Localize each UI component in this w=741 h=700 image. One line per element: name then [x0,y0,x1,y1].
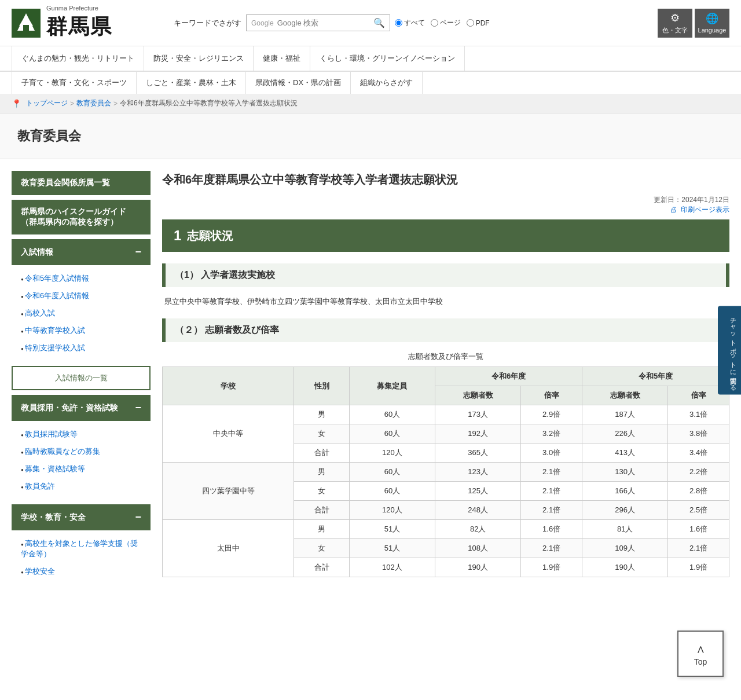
table-cell: 合計 [294,558,349,577]
table-cell: 合計 [294,444,349,463]
teacher-link-temp[interactable]: 臨時教職員などの募集 [25,447,100,456]
table-cell: 166人 [582,482,668,501]
table-cell: 123人 [435,463,521,482]
search-box[interactable]: Google 🔍 [246,14,390,31]
search-button[interactable]: 🔍 [373,17,385,28]
sidebar-school-label: 学校・教育・安全 [21,512,86,523]
teacher-link-license[interactable]: 教員免許 [25,482,55,490]
breadcrumb-home[interactable]: トップページ [26,98,68,108]
print-label: 印刷ページ表示 [681,206,729,214]
nav-item-education[interactable]: 子育て・教育・文化・スポーツ [12,72,136,94]
sidebar-school-list: 高校生を対象とした修学支援（奨学金等） 学校安全 [12,530,151,585]
list-item: 高校生を対象とした修学支援（奨学金等） [12,535,151,563]
sidebar-header-exam[interactable]: 入試情報 − [12,239,151,265]
exam-link-high[interactable]: 高校入試 [25,309,55,317]
table-cell: 190人 [435,558,521,577]
sidebar-header-school[interactable]: 学校・教育・安全 − [12,504,151,530]
chatbot-label: チャットボットに質問する [730,313,737,387]
print-link[interactable]: 🖨 印刷ページ表示 [670,206,729,214]
exam-list-button[interactable]: 入試情報の一覧 [12,366,151,390]
col-reiwa6: 令和6年度 [435,367,582,386]
exam-link-special[interactable]: 特別支援学校入試 [25,343,85,352]
col-reiwa5: 令和5年度 [582,367,729,386]
table-cell: 51人 [349,539,435,558]
table-cell: 192人 [435,424,521,444]
schools-text: 県立中央中等教育学校、伊勢崎市立四ツ葉学園中等教育学校、太田市立太田中学校 [162,296,729,307]
chatbot-button[interactable]: チャットボットに質問する [718,306,741,394]
site-header: Gunma Prefecture 群馬県 キーワードでさがす Google 🔍 … [0,0,741,94]
col-r6-applicants: 志願者数 [435,386,521,405]
sidebar-section-related: 教育委員会関係所属一覧 [12,171,151,195]
search-input[interactable] [277,19,370,27]
color-text-button[interactable]: ⚙ 色・文字 [658,9,692,38]
applicants-table: 学校 性別 募集定員 令和6年度 令和5年度 志願者数 倍率 志願者数 倍率 中… [162,367,729,577]
nav-item-tourism[interactable]: ぐんまの魅力・観光・リトリート [12,46,144,71]
exam-link-chuto[interactable]: 中等教育学校入試 [25,326,85,335]
table-cell: 248人 [435,501,521,520]
option-all[interactable]: すべて [395,18,425,28]
col-school: 学校 [163,367,294,405]
primary-nav: ぐんまの魅力・観光・リトリート 防災・安全・レジリエンス 健康・福祉 くらし・環… [0,46,741,94]
table-cell: 413人 [582,444,668,463]
section1-title: 志願状況 [187,228,233,244]
table-cell: 2.1倍 [521,501,582,520]
table-cell: 173人 [435,405,521,424]
nav-item-health[interactable]: 健康・福祉 [253,46,310,71]
teacher-link-exam[interactable]: 教員採用試験等 [25,430,78,438]
table-cell: 3.1倍 [668,405,729,424]
color-text-label: 色・文字 [662,26,688,35]
section1-header: 1 志願状況 [162,219,729,252]
table-cell: 130人 [582,463,668,482]
teacher-link-recruit[interactable]: 募集・資格試験等 [25,464,85,473]
list-item: 募集・資格試験等 [12,460,151,478]
table-cell: 2.5倍 [668,501,729,520]
nav-item-organization[interactable]: 組織からさがす [350,72,423,94]
nav-item-policy[interactable]: 県政情報・DX・県の計画 [245,72,350,94]
table-cell: 60人 [349,482,435,501]
sidebar-header-related[interactable]: 教育委員会関係所属一覧 [12,171,151,195]
table-cell: 51人 [349,520,435,539]
breadcrumb-education[interactable]: 教育委員会 [76,98,111,108]
language-label: Language [698,27,727,34]
school-link-safety[interactable]: 学校安全 [25,567,55,576]
nav-item-disaster[interactable]: 防災・安全・レジリエンス [144,46,253,71]
language-button[interactable]: 🌐 Language [695,9,729,38]
sidebar-exam-toggle: − [135,246,141,258]
sidebar-section-teacher: 教員採用・免許・資格試験 − 教員採用試験等 臨時教職員などの募集 募集・資格試… [12,395,151,500]
sidebar-teacher-label: 教員採用・免許・資格試験 [21,403,118,413]
table-cell: 125人 [435,482,521,501]
sidebar-header-teacher[interactable]: 教員採用・免許・資格試験 − [12,395,151,421]
table-cell: 男 [294,405,349,424]
sidebar: 教育委員会関係所属一覧 群馬県のハイスクールガイド（群馬県内の高校を探す） 入試… [12,171,151,589]
school-link-scholarship[interactable]: 高校生を対象とした修学支援（奨学金等） [21,539,138,558]
sidebar-teacher-toggle: − [135,402,141,414]
table-cell: 女 [294,482,349,501]
sidebar-school-toggle: − [135,511,141,523]
table-cell: 3.0倍 [521,444,582,463]
exam-link-r5[interactable]: 令和5年度入試情報 [25,274,89,283]
table-cell: 60人 [349,405,435,424]
list-item: 臨時教職員などの募集 [12,443,151,460]
list-item: 高校入試 [12,305,151,322]
breadcrumb-sep1: > [70,100,74,108]
table-cell: 2.9倍 [521,405,582,424]
option-pdf[interactable]: PDF [467,19,490,27]
logo-title: 群馬県 [46,14,112,38]
nav-item-industry[interactable]: しごと・産業・農林・土木 [136,72,245,94]
table-cell: 226人 [582,424,668,444]
list-item: 令和5年度入試情報 [12,270,151,287]
table-cell: 3.8倍 [668,424,729,444]
search-options: すべて ページ PDF [395,18,490,28]
globe-icon: 🌐 [706,12,718,25]
header-tools: ⚙ 色・文字 🌐 Language [658,9,729,38]
list-item: 教員採用試験等 [12,426,151,443]
logo-area: Gunma Prefecture 群馬県 [12,5,162,41]
table-cell: 女 [294,424,349,444]
nav-item-environment[interactable]: くらし・環境・グリーンイノベーション [310,46,465,71]
sidebar-header-highschool[interactable]: 群馬県のハイスクールガイド（群馬県内の高校を探す） [12,200,151,234]
option-page[interactable]: ページ [431,18,461,28]
subsection1-title: 入学者選抜実施校 [201,270,275,280]
exam-link-r6[interactable]: 令和6年度入試情報 [25,291,89,300]
search-label: キーワードでさがす [174,18,241,28]
table-cell: 男 [294,463,349,482]
